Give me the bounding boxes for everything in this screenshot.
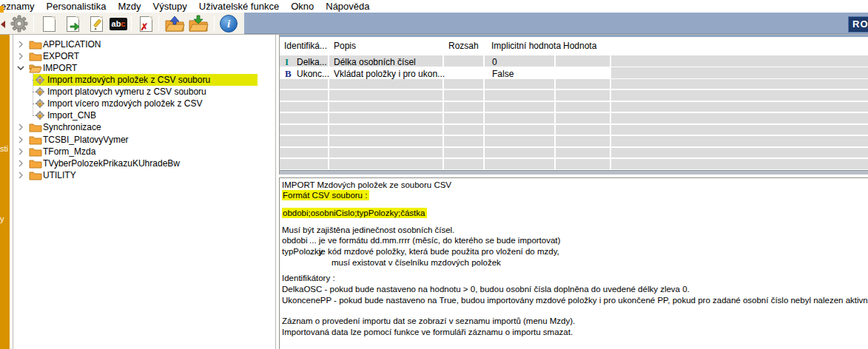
- menu-item-uzivatelske-funkce[interactable]: Uživatelské funkce: [193, 1, 285, 12]
- description-line: UkoncenePP - pokud bude nastaveno na Tru…: [282, 295, 868, 305]
- function-gear-icon: [36, 87, 44, 96]
- menu-item-vystupy[interactable]: Výstupy: [147, 1, 193, 12]
- grid-empty-rows: [280, 79, 868, 170]
- folder-icon: [29, 51, 42, 61]
- column-header-identifikator[interactable]: Identifiká...: [284, 41, 327, 51]
- tree-item-application[interactable]: APPLICATION: [13, 38, 275, 50]
- chevron-right-icon[interactable]: [16, 147, 25, 156]
- description-line: Záznam o provedení importu dat se zobraz…: [282, 316, 575, 326]
- chevron-right-icon[interactable]: [16, 135, 25, 144]
- cell-identifier[interactable]: Ukonc...: [297, 69, 329, 79]
- description-line: IMPORT Mzdových položek ze souboru CSV: [282, 180, 451, 190]
- abc-rename-icon[interactable]: abc: [108, 15, 129, 33]
- column-header-implicitni-hodnota[interactable]: Implicitní hodnota: [491, 41, 561, 51]
- folder-icon: [29, 170, 42, 180]
- toolbar-separator: [33, 16, 34, 31]
- cell-popis[interactable]: Délka osobních čísel: [334, 57, 416, 67]
- chevron-right-icon[interactable]: [16, 171, 25, 180]
- tree-item-tcsbi-platovyvymer[interactable]: TCSBI_PlatovyVymer: [13, 134, 275, 146]
- new-document-icon[interactable]: [39, 15, 58, 33]
- app-window: eznamy Personalistika Mzdy Výstupy Uživa…: [0, 0, 868, 349]
- tree-item-tvyberpolozekprikazukuhradebw[interactable]: TVyberPolozekPrikazuKUhradeBw: [13, 157, 275, 169]
- side-tab-label-fragment: sti: [0, 144, 8, 153]
- cell-identifier[interactable]: Delka...: [297, 57, 327, 67]
- settings-gear-icon[interactable]: [10, 15, 29, 33]
- menu-item-mzdy[interactable]: Mzdy: [112, 1, 147, 12]
- info-icon[interactable]: i: [219, 15, 238, 33]
- type-boolean-glyph: B: [285, 68, 292, 80]
- folder-icon: [29, 146, 42, 157]
- column-header-rozsah[interactable]: Rozsah: [448, 41, 479, 51]
- grid-top-border: [280, 35, 868, 37]
- description-line-csv-format: obdobi;osobniCislo;typPolozky;částka: [282, 208, 427, 218]
- folder-icon: [29, 135, 42, 145]
- tree-item-utility[interactable]: UTILITY: [13, 169, 275, 181]
- side-tab-label-fragment: y: [0, 214, 4, 223]
- function-gear-icon: [36, 75, 44, 84]
- chevron-right-icon[interactable]: [16, 159, 25, 168]
- menu-item-seznamy[interactable]: eznamy: [0, 1, 41, 12]
- folder-open-icon: [29, 63, 42, 73]
- grid-bottom-scrollbar[interactable]: [280, 170, 868, 174]
- window-edge-fragment: [0, 6, 4, 13]
- toolbar-separator: [131, 16, 132, 31]
- cell-implicitni-hodnota[interactable]: False: [492, 69, 514, 79]
- toolbar-empty-band: [244, 13, 868, 34]
- tree-item-synchronizace[interactable]: Synchronizace: [13, 121, 275, 133]
- function-description-panel: IMPORT Mzdových položek ze souboru CSV F…: [279, 177, 868, 349]
- description-line: Identifikátory :: [282, 273, 335, 283]
- tree-item-import-mzdovych-polozek-csv[interactable]: Import mzdových položek z CSV souboru: [13, 74, 275, 86]
- menu-item-personalistika[interactable]: Personalistika: [41, 1, 112, 12]
- column-header-popis[interactable]: Popis: [334, 41, 356, 51]
- tree-item-export[interactable]: EXPORT: [13, 50, 275, 62]
- folder-icon: [29, 39, 42, 50]
- delete-document-icon[interactable]: ✗: [136, 15, 155, 33]
- function-gear-icon: [36, 99, 44, 108]
- column-header-hodnota[interactable]: Hodnota: [563, 41, 596, 51]
- chevron-right-icon[interactable]: [16, 40, 25, 49]
- description-line: Importovaná data lze pomocí funkce ve fo…: [282, 327, 573, 337]
- cell-popis[interactable]: Vkládat položky i pro ukon...: [334, 69, 445, 79]
- edit-document-icon[interactable]: [87, 15, 106, 33]
- functions-tree: APPLICATION EXPORT IMPORT I: [13, 35, 276, 349]
- chevron-right-icon[interactable]: [16, 52, 25, 61]
- cell-implicitni-hodnota[interactable]: 0: [492, 57, 497, 67]
- ro-logo: RO: [848, 16, 868, 33]
- import-document-icon[interactable]: [63, 15, 82, 33]
- tree-item-import[interactable]: IMPORT: [13, 62, 275, 74]
- tree-item-tform-mzda[interactable]: TForm_Mzda: [13, 146, 275, 157]
- function-gear-icon: [36, 111, 44, 120]
- table-row-filler: [610, 67, 868, 78]
- toolbar-separator: [214, 16, 215, 31]
- toolbar-separator: [158, 16, 159, 31]
- parameters-grid: Identifiká... Popis Rozsah Implicitní ho…: [279, 35, 868, 174]
- menu-bar: eznamy Personalistika Mzdy Výstupy Uživa…: [0, 0, 868, 13]
- menu-item-napoveda[interactable]: Nápověda: [320, 1, 375, 12]
- folder-import-icon[interactable]: [187, 15, 209, 33]
- folder-icon: [29, 122, 42, 132]
- description-line: DelkaOSC - pokud bude nastaveno na hodno…: [282, 284, 690, 294]
- description-line: Formát CSV souboru :: [282, 190, 369, 200]
- side-panel-tab-strip[interactable]: sti y: [0, 35, 10, 349]
- column-separator: [483, 55, 485, 170]
- chevron-right-icon[interactable]: [16, 123, 25, 132]
- tree-item-import-cnb[interactable]: Import_CNB: [13, 109, 275, 121]
- tree-item-import-vicero-mzdovych-polozek-csv[interactable]: Import vícero mzdových položek z CSV: [13, 98, 275, 109]
- menu-item-okno[interactable]: Okno: [285, 1, 320, 12]
- tree-item-import-platovych-vymeru-csv[interactable]: Import platovych vymeru z CSV souboru: [13, 86, 275, 98]
- folder-icon: [29, 158, 42, 169]
- toolbar: abc ✗ i RO: [0, 13, 868, 35]
- type-integer-glyph: I: [285, 56, 289, 68]
- chevron-down-icon[interactable]: [16, 64, 25, 72]
- toolbar-collapse-icon[interactable]: [1, 21, 5, 28]
- column-separator: [554, 55, 556, 170]
- description-line: Musí být zajištěna jedinečnost osobních …: [282, 225, 454, 235]
- column-separator: [610, 55, 611, 170]
- folder-export-icon[interactable]: [164, 15, 186, 33]
